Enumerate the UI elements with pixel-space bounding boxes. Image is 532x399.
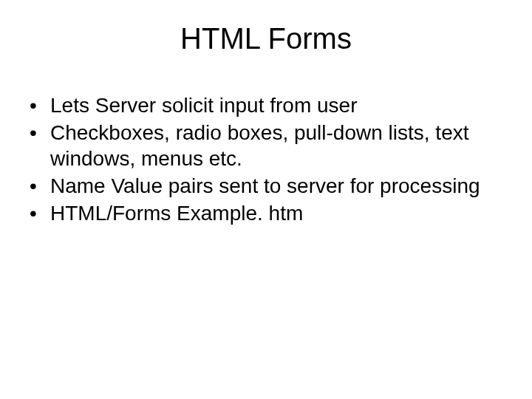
- bullet-item: Lets Server solicit input from user: [30, 92, 510, 118]
- bullet-item: Name Value pairs sent to server for proc…: [30, 173, 510, 199]
- bullet-item: Checkboxes, radio boxes, pull-down lists…: [30, 120, 510, 171]
- slide-title: HTML Forms: [22, 22, 510, 55]
- bullet-item: HTML/Forms Example. htm: [30, 200, 510, 226]
- bullet-list: Lets Server solicit input from user Chec…: [22, 92, 510, 226]
